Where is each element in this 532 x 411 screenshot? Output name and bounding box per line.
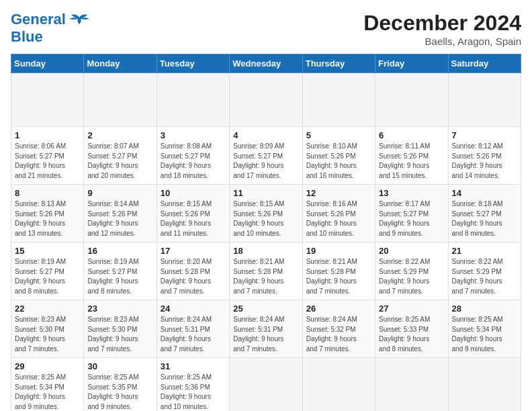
calendar-day-cell: 1Sunrise: 8:06 AM Sunset: 5:27 PM Daylig… <box>11 127 84 185</box>
calendar-day-cell: 11Sunrise: 8:15 AM Sunset: 5:26 PM Dayli… <box>230 185 302 242</box>
calendar-day-cell: 7Sunrise: 8:12 AM Sunset: 5:26 PM Daylig… <box>448 127 521 185</box>
logo-bird-icon <box>67 12 91 32</box>
calendar-table: SundayMondayTuesdayWednesdayThursdayFrid… <box>11 54 521 411</box>
day-number: 29 <box>15 361 80 371</box>
calendar-day-cell: 20Sunrise: 8:22 AM Sunset: 5:29 PM Dayli… <box>375 242 448 300</box>
day-number: 12 <box>306 188 371 198</box>
logo-general: General <box>11 11 66 28</box>
day-number: 11 <box>233 188 298 198</box>
day-number: 2 <box>87 130 152 140</box>
calendar-day-cell <box>230 73 302 127</box>
logo: General Blue <box>11 11 91 46</box>
day-number: 15 <box>15 246 80 256</box>
day-number: 14 <box>452 188 517 198</box>
calendar-day-cell: 10Sunrise: 8:15 AM Sunset: 5:26 PM Dayli… <box>157 185 229 242</box>
day-detail: Sunrise: 8:21 AM Sunset: 5:28 PM Dayligh… <box>233 257 298 296</box>
day-detail: Sunrise: 8:25 AM Sunset: 5:33 PM Dayligh… <box>379 315 444 354</box>
day-number: 24 <box>161 304 226 314</box>
calendar-day-cell: 23Sunrise: 8:23 AM Sunset: 5:30 PM Dayli… <box>84 300 157 358</box>
logo-blue: Blue <box>11 28 43 45</box>
calendar-day-cell: 14Sunrise: 8:18 AM Sunset: 5:27 PM Dayli… <box>448 185 521 242</box>
day-detail: Sunrise: 8:25 AM Sunset: 5:34 PM Dayligh… <box>452 315 517 354</box>
calendar-day-cell: 18Sunrise: 8:21 AM Sunset: 5:28 PM Dayli… <box>230 242 302 300</box>
day-detail: Sunrise: 8:19 AM Sunset: 5:27 PM Dayligh… <box>15 257 80 296</box>
day-number: 20 <box>379 246 444 256</box>
day-detail: Sunrise: 8:13 AM Sunset: 5:26 PM Dayligh… <box>15 199 80 238</box>
day-number: 8 <box>15 188 80 198</box>
calendar-day-cell: 29Sunrise: 8:25 AM Sunset: 5:34 PM Dayli… <box>11 358 84 412</box>
day-number: 1 <box>15 130 80 140</box>
day-number: 3 <box>161 130 226 140</box>
calendar-day-cell: 16Sunrise: 8:19 AM Sunset: 5:27 PM Dayli… <box>84 242 157 300</box>
calendar-day-cell: 6Sunrise: 8:11 AM Sunset: 5:26 PM Daylig… <box>375 127 448 185</box>
calendar-day-cell: 8Sunrise: 8:13 AM Sunset: 5:26 PM Daylig… <box>11 185 84 242</box>
calendar-week-row: 29Sunrise: 8:25 AM Sunset: 5:34 PM Dayli… <box>11 358 521 412</box>
calendar-week-row: 15Sunrise: 8:19 AM Sunset: 5:27 PM Dayli… <box>11 242 521 300</box>
calendar-day-cell: 22Sunrise: 8:23 AM Sunset: 5:30 PM Dayli… <box>11 300 84 358</box>
day-number: 23 <box>87 304 152 314</box>
day-detail: Sunrise: 8:21 AM Sunset: 5:28 PM Dayligh… <box>306 257 371 296</box>
calendar-day-cell <box>302 358 375 412</box>
calendar-day-cell <box>302 73 375 127</box>
day-detail: Sunrise: 8:06 AM Sunset: 5:27 PM Dayligh… <box>15 142 80 181</box>
day-detail: Sunrise: 8:23 AM Sunset: 5:30 PM Dayligh… <box>87 315 152 354</box>
day-number: 7 <box>452 130 517 140</box>
calendar-day-cell <box>11 73 84 127</box>
location-text: Baells, Aragon, Spain <box>363 36 521 47</box>
day-detail: Sunrise: 8:25 AM Sunset: 5:36 PM Dayligh… <box>161 373 226 411</box>
day-number: 28 <box>452 304 517 314</box>
day-detail: Sunrise: 8:25 AM Sunset: 5:35 PM Dayligh… <box>87 373 152 411</box>
calendar-day-cell: 3Sunrise: 8:08 AM Sunset: 5:27 PM Daylig… <box>157 127 229 185</box>
page-header: General Blue December 2024 Baells, Arago… <box>11 11 521 47</box>
calendar-day-cell: 5Sunrise: 8:10 AM Sunset: 5:26 PM Daylig… <box>302 127 375 185</box>
day-detail: Sunrise: 8:10 AM Sunset: 5:26 PM Dayligh… <box>306 142 371 181</box>
calendar-week-row: 1Sunrise: 8:06 AM Sunset: 5:27 PM Daylig… <box>11 127 521 185</box>
calendar-week-row <box>11 73 521 127</box>
calendar-day-cell <box>448 73 521 127</box>
day-detail: Sunrise: 8:25 AM Sunset: 5:34 PM Dayligh… <box>15 373 80 411</box>
calendar-day-cell: 27Sunrise: 8:25 AM Sunset: 5:33 PM Dayli… <box>375 300 448 358</box>
day-detail: Sunrise: 8:22 AM Sunset: 5:29 PM Dayligh… <box>379 257 444 296</box>
day-detail: Sunrise: 8:11 AM Sunset: 5:26 PM Dayligh… <box>379 142 444 181</box>
logo-text: General Blue <box>11 11 66 46</box>
calendar-day-cell: 24Sunrise: 8:24 AM Sunset: 5:31 PM Dayli… <box>157 300 229 358</box>
day-detail: Sunrise: 8:08 AM Sunset: 5:27 PM Dayligh… <box>161 142 226 181</box>
day-detail: Sunrise: 8:15 AM Sunset: 5:26 PM Dayligh… <box>233 199 298 238</box>
day-detail: Sunrise: 8:09 AM Sunset: 5:27 PM Dayligh… <box>233 142 298 181</box>
calendar-day-cell: 17Sunrise: 8:20 AM Sunset: 5:28 PM Dayli… <box>157 242 229 300</box>
day-header-wednesday: Wednesday <box>230 54 302 73</box>
day-header-sunday: Sunday <box>11 54 84 73</box>
calendar-day-cell <box>375 358 448 412</box>
month-title: December 2024 <box>363 11 521 36</box>
day-detail: Sunrise: 8:24 AM Sunset: 5:32 PM Dayligh… <box>306 315 371 354</box>
calendar-day-cell: 21Sunrise: 8:22 AM Sunset: 5:29 PM Dayli… <box>448 242 521 300</box>
calendar-day-cell <box>375 73 448 127</box>
title-block: December 2024 Baells, Aragon, Spain <box>363 11 521 47</box>
day-number: 31 <box>161 361 226 371</box>
calendar-day-cell: 15Sunrise: 8:19 AM Sunset: 5:27 PM Dayli… <box>11 242 84 300</box>
day-number: 30 <box>87 361 152 371</box>
day-number: 16 <box>87 246 152 256</box>
day-number: 13 <box>379 188 444 198</box>
calendar-day-cell: 9Sunrise: 8:14 AM Sunset: 5:26 PM Daylig… <box>84 185 157 242</box>
calendar-header-row: SundayMondayTuesdayWednesdayThursdayFrid… <box>11 54 521 73</box>
day-detail: Sunrise: 8:07 AM Sunset: 5:27 PM Dayligh… <box>87 142 152 181</box>
day-header-monday: Monday <box>84 54 157 73</box>
day-detail: Sunrise: 8:14 AM Sunset: 5:26 PM Dayligh… <box>87 199 152 238</box>
day-header-thursday: Thursday <box>302 54 375 73</box>
day-detail: Sunrise: 8:15 AM Sunset: 5:26 PM Dayligh… <box>161 199 226 238</box>
day-detail: Sunrise: 8:24 AM Sunset: 5:31 PM Dayligh… <box>233 315 298 354</box>
day-detail: Sunrise: 8:17 AM Sunset: 5:27 PM Dayligh… <box>379 199 444 238</box>
day-number: 21 <box>452 246 517 256</box>
day-number: 19 <box>306 246 371 256</box>
calendar-week-row: 22Sunrise: 8:23 AM Sunset: 5:30 PM Dayli… <box>11 300 521 358</box>
calendar-day-cell: 31Sunrise: 8:25 AM Sunset: 5:36 PM Dayli… <box>157 358 229 412</box>
calendar-day-cell <box>84 73 157 127</box>
day-detail: Sunrise: 8:12 AM Sunset: 5:26 PM Dayligh… <box>452 142 517 181</box>
calendar-day-cell <box>157 73 229 127</box>
day-header-saturday: Saturday <box>448 54 521 73</box>
day-header-tuesday: Tuesday <box>157 54 229 73</box>
day-detail: Sunrise: 8:23 AM Sunset: 5:30 PM Dayligh… <box>15 315 80 354</box>
day-detail: Sunrise: 8:18 AM Sunset: 5:27 PM Dayligh… <box>452 199 517 238</box>
calendar-day-cell: 25Sunrise: 8:24 AM Sunset: 5:31 PM Dayli… <box>230 300 302 358</box>
